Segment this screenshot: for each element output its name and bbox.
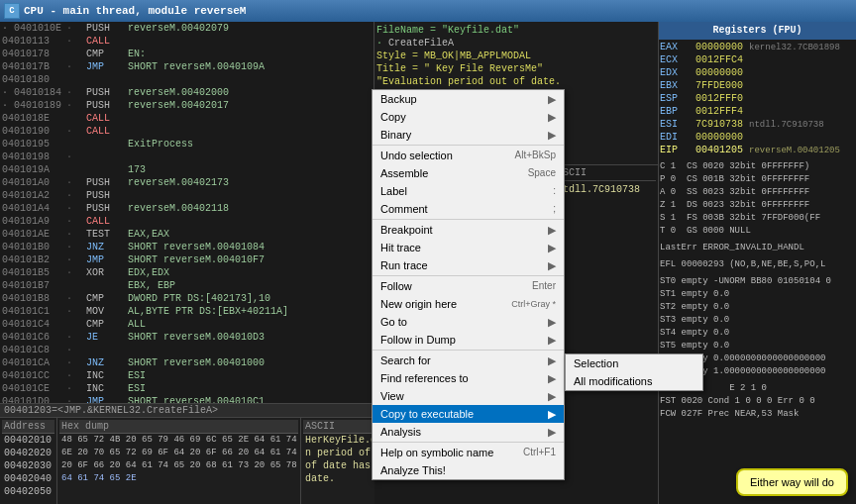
st2: ST2 empty 0.0 [660,301,855,314]
menu-follow-dump[interactable]: Follow in Dump▶ [373,331,564,349]
hex-row-0: 48 65 72 4B 20 65 79 46 69 6C 65 2E 64 6… [59,434,298,447]
disasm-row[interactable]: 040101CE·INCESI [0,382,374,395]
st1: ST1 empty 0.0 [660,288,855,301]
info-line-3: Title = " Key File ReversMe" [376,62,656,75]
disasm-row[interactable]: 040101A0·PUSHreverseM.00402173 [0,176,374,189]
submenu-selection[interactable]: Selection [566,354,702,372]
submenu-all-mods[interactable]: All modifications [566,372,702,390]
disasm-row[interactable]: 040101CC·INCESI [0,369,374,382]
disasm-row[interactable]: 040101B5·XOREDX,EDX [0,266,374,279]
menu-help-symbolic[interactable]: Help on symbolic nameCtrl+F1 [373,444,564,461]
disasm-row[interactable]: · 04010189·PUSHreverseM.00402017 [0,99,374,112]
hex-row-1: 6E 20 70 65 72 69 6F 64 20 6F 66 20 64 6… [59,447,298,459]
menu-label[interactable]: Label: [373,182,564,200]
flag-a: A 0 SS 0023 32bit 0FFFFFFFF [660,186,855,199]
disasm-row[interactable]: 040101CA·JNZSHORT reverseM.00401000 [0,356,374,369]
disasm-row[interactable]: 04010178 CMPEN: [0,48,374,60]
ascii-row-2: of date has exp [303,459,373,472]
flag-t: T 0 GS 0000 NULL [660,225,855,238]
submenu[interactable]: Selection All modifications [565,353,703,391]
menu-comment[interactable]: Comment; [373,200,564,218]
bottom-panel[interactable]: Address 00402010 00402020 00402030 00402… [0,417,374,504]
ascii-row-3: date. [303,472,373,485]
disasm-row[interactable]: 040101B2·JMPSHORT reverseM.004010F7 [0,253,374,266]
reg-edx: EDX 00000000 [660,66,855,79]
menu-find-refs[interactable]: Find references to▶ [373,369,564,387]
disasm-row[interactable]: 040101B8·CMPDWORD PTR DS:[402173],10 [0,292,374,305]
disasm-row[interactable]: 040101AE·TESTEAX,EAX [0,228,374,241]
disasm-row[interactable]: 040101C4 CMPALL [0,318,374,331]
disasm-row[interactable]: 04010180 [0,73,374,86]
menu-undo-sel[interactable]: Undo selectionAlt+BkSp [373,147,564,164]
disasm-row[interactable]: 040101C6·JESHORT reverseM.004010D3 [0,331,374,344]
info-line-2: Style = MB_OK|MB_APPLMODAL [376,50,656,62]
registers-header: Registers (FPU) [659,22,856,40]
menu-breakpoint[interactable]: Breakpoint▶ [373,221,564,239]
menu-hit-trace[interactable]: Hit trace▶ [373,239,564,256]
disasm-row[interactable]: 0401018E CALL [0,112,374,125]
addr-row-1: 00402020 [2,447,54,459]
disasm-row[interactable]: 0401019A 173 [0,163,374,176]
addr-row-2: 00402030 [2,459,54,472]
menu-search-for[interactable]: Search for▶ [373,352,564,369]
info-line-0: FileName = "Keyfile.dat" [376,24,656,37]
disasm-row[interactable]: 040101C8· [0,344,374,356]
disasm-row[interactable]: 040101A2·PUSH [0,189,374,202]
menu-analysis[interactable]: Analysis▶ [373,423,564,441]
menu-backup[interactable]: Backup▶ [373,90,564,108]
menu-follow[interactable]: FollowEnter [373,277,564,295]
reg-esp: ESP 0012FFF0 [660,92,855,105]
menu-view[interactable]: View▶ [373,387,564,405]
reg-ebx: EBX 7FFDE000 [660,79,855,92]
addr-header: Address [2,420,54,434]
reg-edi: EDI 00000000 [660,131,855,144]
disasm-row[interactable]: 040101D0·JMPSHORT reverseM.004010C1 [0,395,374,403]
ascii-panel: ASCII HerKeyFile.dat. n period of date o… [300,418,374,504]
disasm-row[interactable]: 04010113·CALL [0,35,374,48]
disasm-row[interactable]: 04010195 ExitProcess [0,138,374,151]
disasm-row[interactable]: 040101B0·JNZSHORT reverseM.00401084 [0,241,374,253]
disasm-status: 00401203=<JMP.&KERNEL32.CreateFileA> [0,403,374,417]
flag-c: C 1 CS 0020 32bit 0FFFFFFF) [660,160,855,173]
flag-s: S 1 FS 003B 32bit 7FFDF000(FF [660,212,855,225]
fst: FST 0020 Cond 1 0 0 0 Err 0 0 [660,395,855,408]
disasm-row[interactable]: 04010190·CALL [0,125,374,138]
st3: ST3 empty 0.0 [660,314,855,327]
left-section: · 0401010E·PUSHreverseM.00402079 0401011… [0,22,374,504]
disasm-row[interactable]: 040101A9·CALL [0,215,374,228]
disasm-row[interactable]: 04010198· [0,151,374,163]
st0: ST0 empty -UNORM BB80 01050104 0 [660,275,855,288]
addr-row-0: 00402010 [2,434,54,447]
info-line-4: "Evaluation period out of date. [376,75,656,88]
context-menu[interactable]: Backup▶ Copy▶ Binary▶ Undo selectionAlt+… [372,89,565,480]
info-line-1: · CreateFileA [376,37,656,50]
menu-assemble[interactable]: AssembleSpace [373,164,564,182]
menu-run-trace[interactable]: Run trace▶ [373,256,564,274]
ascii-header: ASCII [303,420,373,434]
last-err: LastErr ERROR_INVALID_HANDL [660,242,855,254]
menu-goto[interactable]: Go to▶ [373,313,564,331]
flag-p: P 0 CS 001B 32bit 0FFFFFFFF [660,173,855,186]
st5: ST5 empty 0.0 [660,340,855,353]
registers-panel: Registers (FPU) EAX 00000000 kernel32.7C… [658,22,856,504]
menu-new-origin[interactable]: New origin hereCtrl+Gray * [373,295,564,313]
disasm-row[interactable]: · 0401010E·PUSHreverseM.00402079 [0,22,374,35]
registers-content: EAX 00000000 kernel32.7CB01898 ECX 0012F… [659,40,856,504]
menu-analyze-this[interactable]: Analyze This! [373,461,564,479]
menu-copy[interactable]: Copy▶ [373,108,564,126]
disasm-row[interactable]: 0401017B·JMPSHORT reverseM.0040109A [0,60,374,73]
window-title: CPU - main thread, module reverseM [24,5,246,17]
disasm-row[interactable]: 040101B7 EBX, EBP [0,279,374,292]
reg-esi: ESI 7C910738 ntdll.7C910738 [660,118,855,131]
disasm-content: · 0401010E·PUSHreverseM.00402079 0401011… [0,22,374,403]
addr-panel: Address 00402010 00402020 00402030 00402… [0,418,57,504]
disasm-row[interactable]: 040101A4·PUSHreverseM.00402118 [0,202,374,215]
disassembly-panel[interactable]: · 0401010E·PUSHreverseM.00402079 0401011… [0,22,374,417]
disasm-row[interactable]: 040101C1·MOVAL,BYTE PTR DS:[EBX+40211A] [0,305,374,318]
menu-copy-exec[interactable]: Copy to executable▶ [373,405,564,423]
reg-ecx: ECX 0012FFC4 [660,53,855,66]
menu-binary[interactable]: Binary▶ [373,126,564,144]
disasm-row[interactable]: · 04010184·PUSHreverseM.00402000 [0,86,374,99]
title-bar: C CPU - main thread, module reverseM [0,0,856,22]
ascii-row-1: n period of date [303,447,373,459]
